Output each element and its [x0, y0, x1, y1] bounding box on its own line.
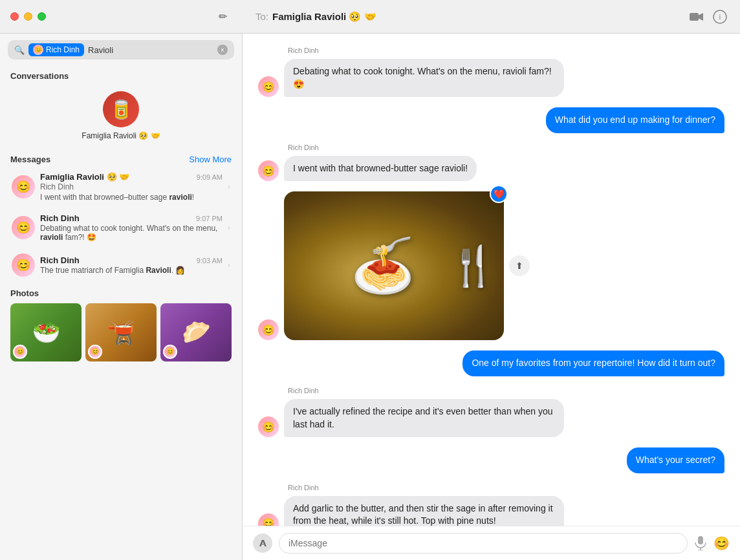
header-right: To: Famiglia Ravioli 🥺 🤝 i	[243, 10, 740, 24]
sender-label-3: Rich Dinh	[288, 144, 724, 151]
msg-result-name-2: Rich Dinh	[40, 213, 80, 223]
msg-result-time-3: 9:03 AM	[197, 257, 223, 264]
bubble-row-6: 😊 I've actually refined the recipe and i…	[258, 399, 724, 437]
bubble-row-4: 😊 ❤️ ⬆	[258, 191, 724, 340]
app-store-button[interactable]: 𝗔	[253, 533, 272, 553]
msg-result-avatar-1: 😊	[12, 175, 35, 199]
msg-result-text-3: The true matriarch of Famiglia Ravioli. …	[40, 266, 223, 275]
conversation-header: To: Famiglia Ravioli 🥺 🤝	[256, 11, 376, 23]
msg-result-avatar-3: 😊	[12, 253, 35, 277]
info-button[interactable]: i	[713, 10, 727, 24]
search-clear-button[interactable]: ×	[217, 45, 228, 55]
msg-result-sender-1: Rich Dinh	[40, 182, 223, 191]
video-call-button[interactable]	[690, 12, 704, 22]
svg-text:i: i	[719, 12, 721, 21]
msg-result-header-3: Rich Dinh 9:03 AM	[40, 255, 223, 265]
chat-avatar-4: 😊	[258, 319, 279, 340]
msg-result-header-1: Famiglia Ravioli 🥺 🤝 9:09 AM	[40, 172, 223, 182]
maximize-button[interactable]	[38, 12, 46, 21]
search-tag: 😊 Rich Dinh	[28, 43, 84, 56]
msg-group-7: What's your secret?	[258, 447, 724, 473]
bubble-row-5: One of my favorites from your repertoire…	[258, 350, 724, 376]
chevron-icon-2: ›	[228, 223, 230, 232]
msg-group-5: One of my favorites from your repertoire…	[258, 350, 724, 376]
conversation-name: Famiglia Ravioli 🥺 🤝	[82, 131, 160, 142]
chat-image[interactable]	[284, 191, 504, 340]
msg-result-content-2: Rich Dinh 9:07 PM Debating what to cook …	[40, 213, 223, 242]
message-result-3[interactable]: 😊 Rich Dinh 9:03 AM The true matriarch o…	[4, 248, 238, 282]
conversation-avatar: 🥫	[103, 91, 139, 127]
search-icon: 🔍	[14, 45, 25, 55]
image-message-wrap: ❤️ ⬆	[284, 191, 504, 340]
msg-group-1: Rich Dinh 😊 Debating what to cook tonigh…	[258, 47, 724, 97]
conversations-title: Conversations	[0, 66, 242, 83]
to-label: To:	[256, 11, 268, 22]
messages-title: Messages	[10, 155, 50, 164]
msg-result-avatar-2: 😊	[12, 216, 35, 239]
photo-thumb-2[interactable]: 😊	[85, 303, 157, 361]
bubble-5: One of my favorites from your repertoire…	[462, 350, 724, 376]
messages-section-header: Messages Show More	[0, 149, 242, 167]
msg-result-text-2: Debating what to cook tonight. What's on…	[40, 224, 223, 242]
msg-result-time-2: 9:07 PM	[196, 215, 223, 222]
image-share-button[interactable]: ⬆	[509, 255, 530, 276]
msg-result-content-1: Famiglia Ravioli 🥺 🤝 9:09 AM Rich Dinh I…	[40, 172, 223, 202]
msg-group-4: 😊 ❤️ ⬆	[258, 191, 724, 340]
bubble-2: What did you end up making for dinner?	[546, 107, 724, 133]
bubble-row-1: 😊 Debating what to cook tonight. What's …	[258, 59, 724, 97]
messages-list: Rich Dinh 😊 Debating what to cook tonigh…	[243, 34, 740, 526]
bubble-7: What's your secret?	[627, 447, 724, 473]
bubble-row-2: What did you end up making for dinner?	[258, 107, 724, 133]
sender-label-1: Rich Dinh	[288, 47, 724, 54]
msg-group-2: What did you end up making for dinner?	[258, 107, 724, 133]
main-content: 🔍 😊 Rich Dinh Ravioli × Conversations 🥫 …	[0, 34, 740, 560]
photo-avatar-1: 😊	[13, 345, 27, 359]
msg-result-content-3: Rich Dinh 9:03 AM The true matriarch of …	[40, 255, 223, 275]
msg-result-header-2: Rich Dinh 9:07 PM	[40, 213, 223, 223]
traffic-lights: ✏	[0, 8, 243, 25]
chat-avatar-8: 😊	[258, 513, 279, 526]
bubble-row-3: 😊 I went with that browned-butter sage r…	[258, 156, 724, 182]
message-result-1[interactable]: 😊 Famiglia Ravioli 🥺 🤝 9:09 AM Rich Dinh…	[4, 167, 238, 207]
msg-result-name-3: Rich Dinh	[40, 255, 80, 265]
photo-thumb-3[interactable]: 😊	[160, 303, 232, 361]
bubble-row-7: What's your secret?	[258, 447, 724, 473]
chat-avatar-3: 😊	[258, 160, 279, 181]
sender-label-6: Rich Dinh	[288, 387, 724, 394]
message-result-2[interactable]: 😊 Rich Dinh 9:07 PM Debating what to coo…	[4, 208, 238, 247]
photos-grid: 😊 😊 😊	[10, 303, 232, 361]
chevron-icon-3: ›	[228, 261, 230, 270]
minimize-button[interactable]	[24, 12, 32, 21]
chat-avatar-1: 😊	[258, 76, 279, 97]
search-tag-avatar: 😊	[33, 45, 43, 55]
bubble-6: I've actually refined the recipe and it'…	[284, 399, 564, 437]
close-button[interactable]	[10, 12, 19, 21]
search-input-wrap[interactable]: 🔍 😊 Rich Dinh Ravioli ×	[8, 40, 234, 59]
sidebar: 🔍 😊 Rich Dinh Ravioli × Conversations 🥫 …	[0, 34, 243, 560]
photos-section: Photos 😊 😊 😊	[0, 283, 242, 364]
compose-button[interactable]: ✏	[213, 8, 232, 25]
conversation-item[interactable]: 🥫 Famiglia Ravioli 🥺 🤝	[0, 83, 242, 149]
msg-group-6: Rich Dinh 😊 I've actually refined the re…	[258, 387, 724, 437]
bubble-row-8: 😊 Add garlic to the butter, and then sti…	[258, 496, 724, 526]
msg-result-text-1: I went with that browned–butter sage rav…	[40, 193, 223, 202]
chat-avatar-6: 😊	[258, 416, 279, 437]
message-input[interactable]	[279, 533, 688, 554]
sender-label-8: Rich Dinh	[288, 484, 724, 491]
photo-avatar-2: 😊	[88, 345, 102, 359]
photo-thumb-1[interactable]: 😊	[10, 303, 82, 361]
show-more-button[interactable]: Show More	[189, 155, 232, 164]
bubble-1: Debating what to cook tonight. What's on…	[284, 59, 564, 97]
search-tag-name: Rich Dinh	[46, 45, 80, 54]
conversation-name: Famiglia Ravioli 🥺 🤝	[272, 11, 376, 23]
msg-group-8: Rich Dinh 😊 Add garlic to the butter, an…	[258, 484, 724, 526]
header-icons: i	[690, 10, 727, 24]
photo-avatar-3: 😊	[163, 345, 177, 359]
emoji-button[interactable]: 😊	[713, 535, 730, 551]
audio-record-button[interactable]	[694, 536, 707, 550]
chevron-icon-1: ›	[228, 182, 230, 191]
title-bar: ✏ To: Famiglia Ravioli 🥺 🤝 i	[0, 0, 740, 34]
search-text-display: Ravioli	[88, 45, 213, 55]
msg-result-name-1: Famiglia Ravioli 🥺 🤝	[40, 172, 129, 182]
image-reaction: ❤️	[490, 185, 508, 203]
